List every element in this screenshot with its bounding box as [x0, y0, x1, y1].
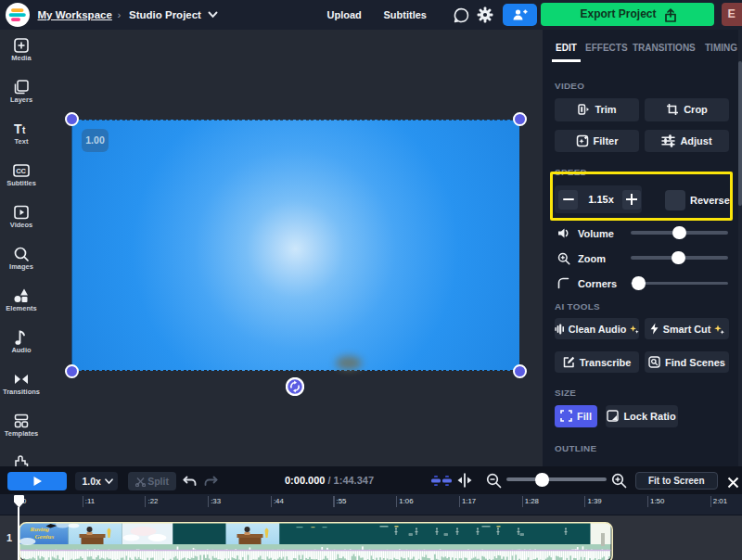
- svg-text:t: t: [22, 125, 26, 135]
- svg-text:CC: CC: [16, 167, 26, 175]
- svg-text:Genius: Genius: [35, 533, 55, 541]
- svg-text:T: T: [14, 121, 22, 136]
